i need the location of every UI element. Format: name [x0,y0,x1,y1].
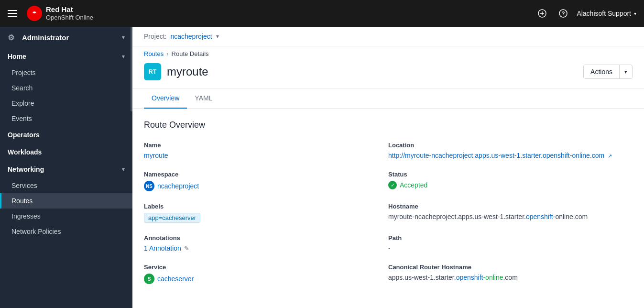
service-value[interactable]: cacheserver [157,275,194,283]
admin-chevron-icon: ▾ [122,34,125,41]
sidebar-workloads-header[interactable]: Workloads [0,143,132,161]
brand-subtitle: OpenShift Online [46,14,93,22]
tab-overview[interactable]: Overview [144,88,187,109]
add-icon[interactable] [535,6,550,21]
tabs: Overview YAML [132,88,644,109]
actions-button-label: Actions [584,65,620,78]
home-chevron-icon: ▾ [122,54,125,60]
sidebar-item-routes-label: Routes [11,197,33,205]
networking-chevron-icon: ▾ [122,166,125,173]
status-label: Status [388,171,633,178]
edit-icon[interactable]: ✎ [184,245,189,252]
location-item: Location http://myroute-ncacheproject.ap… [388,142,633,171]
sidebar-item-events[interactable]: Events [0,111,132,126]
canonical-blue: openshift [456,274,483,281]
status-value: Accepted [400,181,427,189]
status-check-icon: ✓ [388,181,397,189]
sidebar-item-projects-label: Projects [11,69,36,77]
location-label: Location [388,142,633,149]
labels-label: Labels [144,203,388,210]
page-header: RT myroute Actions ▾ [132,59,644,88]
path-item: Path - [388,234,633,264]
breadcrumb-separator: › [166,50,168,57]
annotations-value[interactable]: 1 Annotation ✎ [144,244,388,252]
label-tag[interactable]: app=cacheserver [144,213,200,223]
breadcrumb: Routes › Route Details [132,46,644,59]
navbar: Red Hat OpenShift Online ? Alachisoft Su… [0,0,644,27]
breadcrumb-current: Route Details [172,50,209,57]
status-badge: ✓ Accepted [388,181,633,189]
annotations-item: Annotations 1 Annotation ✎ [144,234,388,264]
sidebar-item-projects[interactable]: Projects [0,65,132,80]
help-icon[interactable]: ? [556,6,571,21]
page-header-left: RT myroute [144,63,208,80]
sidebar-operators-header[interactable]: Operators [0,126,132,143]
sidebar-networking-header[interactable]: Networking ▾ [0,161,132,178]
service-circle: S [144,274,154,284]
hostname-blue: openshift [526,213,553,220]
main-content: Project: ncacheproject ▾ Routes › Route … [132,27,644,308]
location-url[interactable]: http://myroute-ncacheproject.apps.us-wes… [388,152,604,159]
namespace-badge-group: NS ncacheproject [144,181,199,191]
actions-button[interactable]: Actions ▾ [583,65,633,79]
sidebar-item-network-policies[interactable]: Network Policies [0,224,132,239]
annotation-link[interactable]: 1 Annotation [144,244,181,252]
sidebar-item-services-label: Services [11,182,37,189]
sidebar-operators-label: Operators [8,131,40,139]
project-name[interactable]: ncacheproject [170,33,212,40]
canonical-post: .com [503,274,517,281]
hostname-mid: -ncacheproject.apps.us-west-1.starter. [413,213,526,220]
sidebar-home-header[interactable]: Home ▾ [0,48,132,65]
sidebar-admin-label: Administrator [22,33,69,42]
canonical-router-item: Canonical Router Hostname apps.us-west-1… [388,264,633,296]
hostname-label: Hostname [388,203,633,210]
namespace-circle: NS [144,181,154,191]
sidebar-workloads-label: Workloads [8,148,42,156]
brand-name: Red Hat [46,5,93,14]
svg-text:?: ? [562,11,565,16]
user-menu[interactable]: Alachisoft Support ▾ [577,10,636,17]
sidebar-item-explore-label: Explore [11,99,34,107]
tab-yaml[interactable]: YAML [187,88,220,109]
service-label: Service [144,264,388,271]
sidebar-home-label: Home [8,53,26,60]
hostname-pre: myroute [388,213,413,220]
status-item: Status ✓ Accepted [388,171,633,203]
resource-badge: RT [144,63,161,80]
details-grid: Name myroute Location http://myroute-nca… [144,142,633,296]
page-title: myroute [167,65,208,78]
service-item: Service S cacheserver [144,264,388,296]
sidebar-item-ingresses-label: Ingresses [11,212,41,220]
hostname-post: -online.com [553,213,588,220]
labels-item: Labels app=cacheserver [144,203,388,234]
hamburger-menu[interactable] [8,10,17,17]
brand-logo: Red Hat OpenShift Online [27,5,93,22]
sidebar-item-search[interactable]: Search [0,80,132,96]
brand-text: Red Hat OpenShift Online [46,5,93,22]
sidebar-item-routes[interactable]: Routes [0,193,132,209]
canonical-green: -online [483,274,503,281]
external-link-icon: ↗ [608,153,612,159]
name-value[interactable]: myroute [144,152,168,159]
namespace-value[interactable]: ncacheproject [157,182,199,190]
service-badge-group: S cacheserver [144,274,194,284]
path-value: - [388,244,391,252]
path-label: Path [388,234,633,242]
breadcrumb-routes-link[interactable]: Routes [144,50,164,57]
name-label: Name [144,142,388,149]
actions-chevron-icon: ▾ [620,66,632,78]
sidebar-item-network-policies-label: Network Policies [11,228,61,235]
annotations-label: Annotations [144,234,388,242]
sidebar-item-ingresses[interactable]: Ingresses [0,209,132,224]
project-dropdown-icon[interactable]: ▾ [216,33,219,40]
canonical-pre: apps.us-west-1.starter. [388,274,456,281]
hostname-item: Hostname myroute-ncacheproject.apps.us-w… [388,203,633,234]
project-label: Project: [144,33,166,40]
namespace-item: Namespace NS ncacheproject [144,171,388,203]
user-name: Alachisoft Support [577,10,631,17]
sidebar-item-events-label: Events [11,115,32,122]
sidebar-item-services[interactable]: Services [0,178,132,193]
sidebar-item-explore[interactable]: Explore [0,96,132,111]
sidebar: ⚙ Administrator ▾ Home ▾ Projects Search… [0,27,132,308]
sidebar-admin-header[interactable]: ⚙ Administrator ▾ [0,27,132,48]
